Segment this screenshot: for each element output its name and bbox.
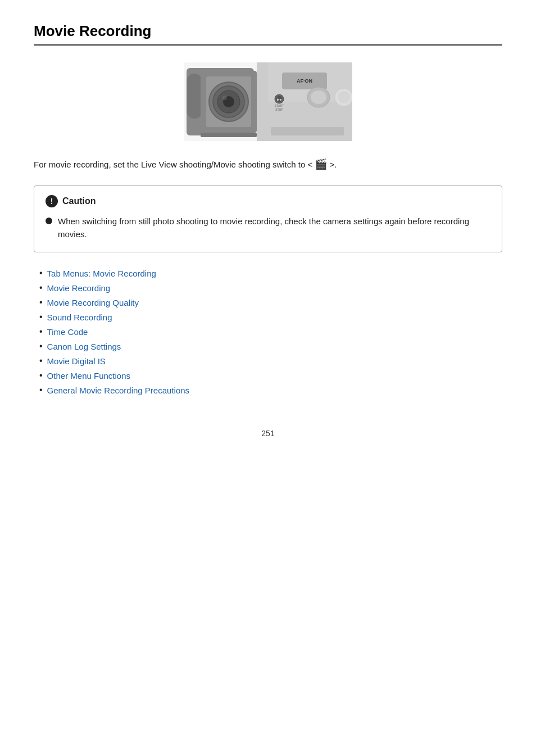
svg-point-15 [311,90,326,104]
list-item: Other Menu Functions [39,370,502,381]
caution-header: ! Caution [46,195,490,207]
svg-text:STOP: STOP [275,108,283,111]
list-item: General Movie Recording Precautions [39,385,502,395]
nav-link[interactable]: Movie Digital IS [47,356,106,366]
movie-icon: 🎬 [315,159,327,170]
nav-link[interactable]: Other Menu Functions [47,371,130,381]
svg-rect-24 [271,127,344,135]
svg-point-22 [222,96,227,100]
list-item: Canon Log Settings [39,341,502,351]
caution-bullet-icon [46,218,52,224]
links-list: Tab Menus: Movie RecordingMovie Recordin… [39,268,502,395]
nav-link[interactable]: Time Code [47,327,88,337]
page-number: 251 [34,429,502,438]
nav-link[interactable]: General Movie Recording Precautions [47,386,189,395]
camera-image-container: AF·ON ▶■ START STOP [34,62,502,141]
page-title: Movie Recording [34,22,502,40]
page-title-container: Movie Recording [34,22,502,46]
caution-item-text: When switching from still photo shooting… [58,215,490,241]
list-item: Time Code [39,327,502,337]
caution-icon: ! [46,195,58,207]
nav-link[interactable]: Movie Recording Quality [47,298,139,307]
caution-item: When switching from still photo shooting… [46,215,490,241]
svg-rect-3 [187,74,202,119]
svg-text:▶■: ▶■ [277,98,282,101]
intro-text: For movie recording, set the Live View s… [34,157,502,172]
svg-rect-23 [201,133,257,137]
nav-link[interactable]: Canon Log Settings [47,342,121,351]
nav-link[interactable]: Tab Menus: Movie Recording [47,269,156,278]
caution-title: Caution [62,196,96,206]
nav-link[interactable]: Sound Recording [47,313,112,322]
svg-text:AF·ON: AF·ON [297,78,312,84]
list-item: Movie Recording Quality [39,297,502,307]
list-item: Sound Recording [39,312,502,322]
svg-text:START: START [275,104,284,107]
caution-box: ! Caution When switching from still phot… [34,185,502,252]
nav-link[interactable]: Movie Recording [47,283,111,293]
list-item: Movie Recording [39,283,502,293]
camera-diagram: AF·ON ▶■ START STOP [184,62,352,141]
list-item: Tab Menus: Movie Recording [39,268,502,278]
svg-point-17 [338,91,350,103]
list-item: Movie Digital IS [39,356,502,366]
